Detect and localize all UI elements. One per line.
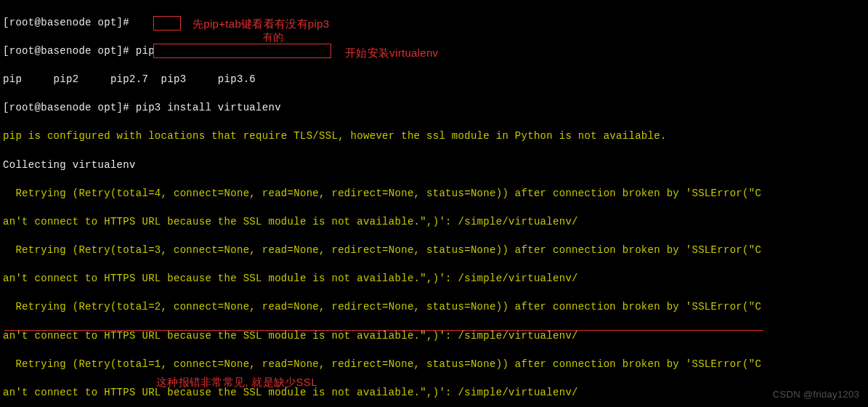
retry-line: an't connect to HTTPS URL because the SS… [3,215,865,230]
cmd-pip: pip [136,45,155,57]
prompt-line: [root@basenode opt]# pip3 install virtua… [3,101,865,116]
output-line: Collecting virtualenv [3,158,865,173]
prompt-line: [root@basenode opt]# [3,16,865,31]
terminal-output: [root@basenode opt]# [root@basenode opt]… [0,0,868,407]
underline [4,330,763,331]
highlight-box [153,16,181,31]
retry-line: Retrying (Retry(total=1, connect=None, r… [3,358,865,372]
tab-completion: pip pip2 pip2.7 pip3 pip3.6 [3,73,865,87]
annotation-text: 先pip+tab键看看有没有pip3 [192,16,329,31]
cmd-install: pip3 install virtualenv [136,102,281,113]
retry-line: an't connect to HTTPS URL because the SS… [3,386,865,400]
retry-line: Retrying (Retry(total=3, connect=None, r… [3,243,865,258]
warning-line: pip is configured with locations that re… [3,129,865,144]
retry-line: an't connect to HTTPS URL because the SS… [3,272,865,286]
annotation-text: 这种报错非常常见, 就是缺少SSL [156,374,317,390]
watermark: CSDN @friday1203 [773,388,859,401]
annotation-text: 开始安装virtualenv [345,45,438,60]
highlight-box [153,44,331,58]
retry-line: Retrying (Retry(total=4, connect=None, r… [3,187,865,201]
retry-line: an't connect to HTTPS URL because the SS… [3,329,865,344]
annotation-text: 有的 [263,31,284,45]
retry-line: Retrying (Retry(total=2, connect=None, r… [3,300,865,315]
